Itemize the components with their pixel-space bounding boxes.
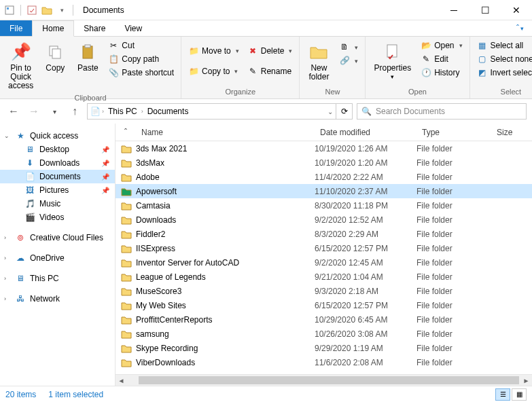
table-row[interactable]: ProffittCenterReports10/29/2020 6:45 AMF… [116, 312, 532, 327]
table-row[interactable]: samsung10/26/2020 3:08 AMFile folder [116, 327, 532, 341]
properties-icon [385, 41, 401, 62]
copy-icon [47, 41, 63, 62]
chevron-right-icon[interactable]: › [4, 255, 6, 261]
thumbnails-view-button[interactable]: ▦ [512, 388, 527, 401]
table-row[interactable]: 3dsMax10/19/2020 1:20 AMFile folder [116, 156, 532, 170]
table-row[interactable]: Downloads9/2/2020 12:52 AMFile folder [116, 213, 532, 227]
titlebar: ▾ Documents ─ ☐ ✕ [0, 0, 532, 20]
chevron-down-icon[interactable]: ⌄ [4, 132, 10, 139]
rename-button[interactable]: ✎Rename [245, 65, 296, 77]
table-row[interactable]: Adobe11/4/2020 2:22 AMFile folder [116, 170, 532, 184]
cut-button[interactable]: ✂Cut [105, 39, 177, 52]
column-size[interactable]: Size [491, 128, 532, 137]
sidebar-item-desktop[interactable]: 🖥Desktop📌 [0, 143, 115, 156]
table-row[interactable]: My Web Sites6/15/2020 12:57 PMFile folde… [116, 298, 532, 312]
table-row[interactable]: Apowersoft11/10/2020 2:37 AMFile folder [116, 184, 532, 198]
select-all-button[interactable]: ▦Select all [474, 39, 532, 52]
table-row[interactable]: 3ds Max 202110/19/2020 1:26 AMFile folde… [116, 141, 532, 156]
file-name: My Web Sites [135, 301, 315, 310]
search-input[interactable]: 🔍 Search Documents [357, 103, 527, 120]
copy-to-button[interactable]: 📁Copy to [185, 65, 242, 77]
paste-shortcut-button[interactable]: 📎Paste shortcut [105, 67, 177, 79]
chevron-right-icon[interactable]: › [141, 108, 143, 115]
history-button[interactable]: 🕐History [418, 67, 465, 79]
sidebar-item-onedrive[interactable]: ›☁OneDrive [0, 251, 115, 265]
breadcrumb[interactable]: 📄 › This PC › Documents ⌄ [87, 103, 336, 120]
history-icon: 🕐 [421, 68, 431, 77]
address-dropdown-icon[interactable]: ⌄ [327, 108, 333, 115]
table-row[interactable]: ViberDownloads11/6/2020 2:08 AMFile fold… [116, 355, 532, 369]
close-button[interactable]: ✕ [501, 0, 532, 20]
collapse-chevron-icon[interactable]: ˆ [116, 128, 136, 137]
tab-file[interactable]: File [0, 20, 32, 36]
table-row[interactable]: League of Legends9/21/2020 1:04 AMFile f… [116, 270, 532, 284]
sidebar-item-ccf[interactable]: ›⊚Creative Cloud Files [0, 231, 115, 244]
file-name: Inventor Server for AutoCAD [135, 258, 315, 268]
qat-properties-icon[interactable] [25, 3, 39, 17]
sidebar-item-quick-access[interactable]: ⌄★Quick access [0, 129, 115, 143]
sidebar-item-videos[interactable]: 🎬Videos [0, 211, 115, 224]
ribbon-group-new: New folder 🗎 🔗 New [300, 37, 366, 98]
help-dropdown[interactable]: ˆ ▾ [508, 20, 532, 36]
table-row[interactable]: Skype Recording9/29/2020 1:19 AMFile fol… [116, 341, 532, 355]
file-list[interactable]: 3ds Max 202110/19/2020 1:26 AMFile folde… [116, 141, 532, 374]
select-none-button[interactable]: ▢Select none [474, 53, 532, 65]
sidebar-item-documents[interactable]: 📄Documents📌 [0, 170, 115, 183]
table-row[interactable]: IISExpress6/15/2020 12:57 PMFile folder [116, 241, 532, 255]
sidebar-item-downloads[interactable]: ⬇Downloads📌 [0, 156, 115, 170]
qat-dropdown-icon[interactable]: ▾ [55, 3, 69, 17]
back-button[interactable]: ← [5, 103, 22, 120]
table-row[interactable]: Inventor Server for AutoCAD9/2/2020 12:4… [116, 255, 532, 270]
tab-view[interactable]: View [115, 20, 152, 36]
recent-locations-button[interactable]: ▾ [46, 103, 63, 120]
new-folder-button[interactable]: New folder [304, 38, 334, 84]
column-name[interactable]: Name [136, 128, 315, 137]
sidebar-item-music[interactable]: 🎵Music [0, 197, 115, 211]
forward-button[interactable]: → [26, 103, 42, 120]
move-to-button[interactable]: 📁Move to [185, 45, 242, 57]
new-item-button[interactable]: 🗎 [336, 41, 361, 53]
svg-rect-5 [83, 46, 92, 58]
ribbon-group-select: ▦Select all ▢Select none ◩Invert selecti… [470, 37, 532, 98]
copy-path-button[interactable]: 📋Copy path [105, 53, 177, 65]
delete-button[interactable]: ✖Delete [245, 45, 296, 57]
minimize-button[interactable]: ─ [438, 0, 469, 20]
properties-button[interactable]: Properties ▾ [370, 38, 415, 84]
sidebar-item-network[interactable]: ›🖧Network [0, 292, 115, 306]
open-icon: 📂 [421, 41, 431, 50]
easy-access-button[interactable]: 🔗 [336, 54, 361, 67]
crumb-this-pc[interactable]: This PC [105, 107, 140, 116]
sidebar-item-pictures[interactable]: 🖼Pictures📌 [0, 183, 115, 197]
folder-icon[interactable] [40, 3, 54, 17]
chevron-right-icon[interactable]: › [4, 275, 6, 282]
sidebar-item-thispc[interactable]: ›🖥This PC [0, 272, 115, 285]
refresh-button[interactable]: ⟳ [336, 103, 353, 120]
up-button[interactable]: ↑ [67, 103, 83, 120]
table-row[interactable]: Camtasia8/30/2020 11:18 PMFile folder [116, 198, 532, 213]
chevron-right-icon[interactable]: › [4, 295, 6, 302]
selected-count: 1 item selected [48, 390, 103, 399]
table-row[interactable]: MuseScore39/3/2020 2:18 AMFile folder [116, 284, 532, 298]
details-view-button[interactable]: ☰ [495, 388, 510, 401]
pin-to-quick-button[interactable]: 📌 Pin to Quick access [4, 38, 37, 94]
horizontal-scrollbar[interactable]: ◄ ► [116, 374, 532, 386]
column-date[interactable]: Date modified [315, 128, 416, 137]
scroll-right-icon[interactable]: ► [520, 377, 532, 384]
chevron-right-icon[interactable]: › [4, 234, 6, 241]
edit-button[interactable]: ✎Edit [418, 53, 465, 65]
crumb-documents[interactable]: Documents [145, 107, 192, 116]
chevron-right-icon[interactable]: › [102, 108, 104, 115]
maximize-button[interactable]: ☐ [469, 0, 501, 20]
paste-button[interactable]: Paste [73, 38, 103, 75]
qat-divider-2 [73, 5, 73, 16]
open-button[interactable]: 📂Open [418, 39, 465, 52]
scroll-thumb[interactable] [139, 376, 519, 384]
copy-button[interactable]: Copy [40, 38, 70, 75]
table-row[interactable]: Fiddler28/3/2020 2:29 AMFile folder [116, 227, 532, 241]
column-type[interactable]: Type [416, 128, 491, 137]
invert-selection-button[interactable]: ◩Invert selection [474, 67, 532, 79]
scroll-left-icon[interactable]: ◄ [116, 377, 127, 384]
tab-share[interactable]: Share [74, 20, 115, 36]
tab-home[interactable]: Home [32, 20, 74, 37]
new-folder-label: New folder [308, 64, 329, 81]
